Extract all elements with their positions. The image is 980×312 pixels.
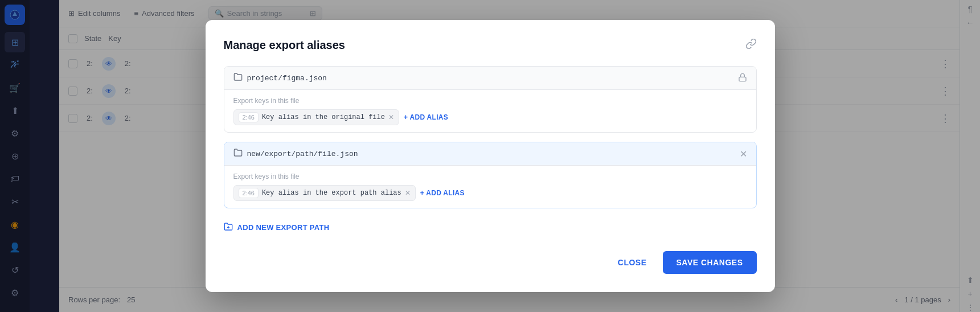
export-path-close-2[interactable]: ✕	[740, 149, 747, 159]
export-keys-label-2: Export keys in this file	[233, 173, 747, 180]
alias-row-1: 2:46 Key alias in the original file ✕ + …	[233, 109, 747, 125]
alias-text-2: Key alias in the export path alias	[262, 189, 401, 197]
add-alias-label-1: + ADD ALIAS	[404, 113, 448, 121]
alias-row-2: 2:46 Key alias in the export path alias …	[233, 185, 747, 201]
export-keys-section-2: Export keys in this file 2:46 Key alias …	[224, 166, 756, 208]
modal-header: Manage export aliases	[224, 38, 757, 52]
export-path-header-1: project/figma.json	[224, 67, 756, 90]
add-alias-label-2: + ADD ALIAS	[420, 189, 465, 197]
add-new-export-path-label: ADD NEW EXPORT PATH	[237, 223, 330, 232]
lock-icon-1	[738, 73, 747, 84]
close-button[interactable]: CLOSE	[609, 252, 656, 273]
add-export-folder-icon	[224, 222, 233, 233]
alias-time-2: 2:46	[239, 188, 259, 198]
export-keys-section-1: Export keys in this file 2:46 Key alias …	[224, 90, 756, 132]
path-name-1: project/figma.json	[233, 72, 327, 84]
manage-export-aliases-modal: Manage export aliases project/figma.json	[206, 20, 775, 292]
svg-rect-2	[739, 77, 746, 81]
export-keys-label-1: Export keys in this file	[233, 97, 747, 105]
path-name-2: new/export/path/file.json	[233, 148, 358, 159]
add-new-export-path-button[interactable]: ADD NEW EXPORT PATH	[224, 217, 757, 237]
modal-footer: CLOSE SAVE CHANGES	[224, 251, 757, 274]
folder-icon-1	[233, 72, 243, 84]
add-alias-button-1[interactable]: + ADD ALIAS	[404, 113, 448, 121]
modal-overlay: Manage export aliases project/figma.json	[0, 0, 980, 312]
save-changes-button[interactable]: SAVE CHANGES	[663, 251, 757, 274]
alias-time-1: 2:46	[239, 112, 259, 122]
alias-tag-1: 2:46 Key alias in the original file ✕	[233, 109, 399, 125]
export-path-header-2: new/export/path/file.json ✕	[224, 142, 756, 166]
alias-tag-2: 2:46 Key alias in the export path alias …	[233, 185, 416, 201]
alias-text-1: Key alias in the original file	[262, 113, 385, 121]
link-icon[interactable]	[745, 38, 757, 52]
export-path-block-1: project/figma.json Export keys in this f…	[224, 66, 757, 133]
export-path-block-2: new/export/path/file.json ✕ Export keys …	[224, 142, 757, 208]
path-text-2: new/export/path/file.json	[247, 150, 358, 158]
folder-icon-2	[233, 148, 243, 159]
modal-title: Manage export aliases	[224, 39, 345, 52]
path-text-1: project/figma.json	[247, 74, 327, 83]
alias-close-2[interactable]: ✕	[405, 189, 411, 197]
add-alias-button-2[interactable]: + ADD ALIAS	[420, 189, 465, 197]
alias-close-1[interactable]: ✕	[388, 113, 394, 121]
